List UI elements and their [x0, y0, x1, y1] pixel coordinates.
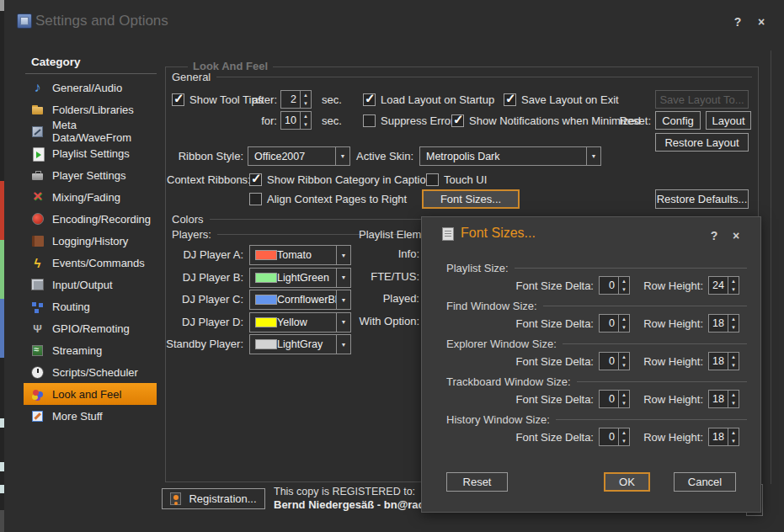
row-height-spinner[interactable]: 18 — [708, 314, 739, 332]
dialog-section-row: Font Size Delta: 0 Row Height: 18 — [422, 428, 760, 447]
sidebar-item-folders-libraries[interactable]: Folders/Libraries — [24, 98, 157, 120]
cancel-button[interactable]: Cancel — [674, 472, 736, 492]
sidebar-item-scripts-scheduler[interactable]: Scripts/Scheduler — [24, 361, 157, 383]
font-sizes-dialog: Font Sizes... ? × Playlist Size: Font Si… — [421, 216, 761, 513]
section-rule — [577, 381, 747, 382]
spinner-up-icon[interactable] — [301, 112, 311, 120]
save-layout-exit-label: Save Layout on Exit — [521, 90, 619, 109]
ok-button[interactable]: OK — [604, 472, 650, 492]
save-layout-to-button: Save Layout To... — [655, 90, 749, 109]
book-icon — [30, 234, 45, 248]
align-context-checkbox[interactable] — [249, 193, 262, 205]
window-title: Settings and Options — [35, 13, 168, 29]
suppress-errors-label: Suppress Errors — [381, 111, 460, 130]
mixing-icon — [30, 190, 45, 205]
spinner-down-icon[interactable] — [728, 323, 739, 332]
spinner-down-icon[interactable] — [301, 120, 311, 129]
settings-window: Settings and Options ? × Category Genera… — [0, 0, 784, 532]
tooltips-after-spinner[interactable]: 2 — [280, 90, 312, 109]
spinner-up-icon[interactable] — [728, 428, 739, 437]
spinner-down-icon[interactable] — [728, 285, 739, 294]
registration-button[interactable]: Registration... — [162, 488, 265, 509]
chevron-down-icon[interactable] — [586, 147, 600, 165]
suppress-errors-checkbox[interactable] — [363, 114, 376, 127]
font-sizes-button[interactable]: Font Sizes... — [422, 189, 520, 209]
touch-ui-checkbox[interactable] — [426, 173, 439, 186]
spinner-up-icon[interactable] — [728, 315, 739, 323]
save-layout-exit-checkbox[interactable] — [504, 93, 516, 106]
dialog-close-button[interactable]: × — [728, 227, 744, 244]
general-row-2: for: 10 sec. Suppress Errors Show Notifi… — [166, 111, 758, 131]
general-row-1: Show Tool Tips after: 2 sec. Load Layout… — [166, 90, 758, 110]
app-icon — [17, 13, 32, 29]
sidebar-item-encoding-recording[interactable]: Encoding/Recording — [24, 208, 157, 230]
after-label: after: — [215, 90, 277, 109]
dialog-section-row: Font Size Delta: 0 Row Height: 18 — [422, 352, 760, 371]
row-height-spinner[interactable]: 18 — [708, 352, 739, 370]
folder-icon — [30, 103, 45, 117]
sidebar-item-gpio-remoting[interactable]: GPIO/Remoting — [24, 317, 157, 339]
sidebar-items: General/Audio Folders/Libraries Meta Dat… — [24, 77, 157, 427]
spinner-down-icon[interactable] — [301, 99, 311, 108]
sidebar-item-player-settings[interactable]: Player Settings — [24, 164, 157, 186]
sidebar-item-routing[interactable]: Routing — [24, 295, 157, 317]
active-skin-label: Active Skin: — [355, 146, 413, 166]
playlist-element-label-with-option: With Option: — [359, 313, 419, 330]
sidebar-item-playlist-settings[interactable]: Playlist Settings — [24, 142, 157, 164]
color-swatch — [255, 339, 277, 349]
sidebar-item-general-audio[interactable]: General/Audio — [24, 77, 157, 98]
sidebar-item-more-stuff[interactable]: More Stuff — [24, 405, 157, 427]
help-button[interactable]: ? — [729, 13, 746, 30]
spinner-up-icon[interactable] — [728, 277, 739, 285]
chevron-down-icon[interactable] — [336, 335, 350, 354]
sidebar-item-events-commands[interactable]: Events/Commands — [24, 252, 157, 274]
row-height-spinner[interactable]: 24 — [708, 276, 739, 295]
close-button[interactable]: × — [753, 13, 770, 30]
playlist-elements-header: Playlist Elemen — [359, 227, 423, 241]
tooltips-for-spinner[interactable]: 10 — [280, 111, 312, 130]
briefcase-icon — [30, 168, 45, 183]
player-color-dropdown[interactable]: LightGray — [249, 334, 351, 354]
registered-to-text: This copy is REGISTERED to: — [274, 486, 415, 497]
dialog-section-row: Font Size Delta: 0 Row Height: 18 — [422, 390, 760, 409]
playlist-element-label-fte-tus: FTE/TUS: — [359, 269, 419, 285]
pencil-icon — [30, 409, 45, 423]
reset-layout-button[interactable]: Layout — [706, 111, 751, 130]
for-unit-label: sec. — [322, 111, 342, 130]
spinner-down-icon[interactable] — [728, 399, 739, 407]
palette-icon — [30, 387, 45, 402]
chevron-down-icon[interactable] — [335, 147, 349, 165]
document-icon — [442, 227, 454, 241]
general-section-label: General — [172, 71, 211, 83]
dialog-title: Font Sizes... — [461, 226, 536, 241]
show-ribbon-category-checkbox[interactable] — [249, 173, 262, 186]
dialog-section-explorer-window-size: Explorer Window Size: — [446, 337, 747, 350]
playlist-elements-label: Playlist Elemen — [359, 228, 423, 241]
sidebar-item-mixing-fading[interactable]: Mixing/Fading — [24, 186, 157, 208]
reset-config-button[interactable]: Config — [655, 111, 701, 130]
sidebar-item-input-output[interactable]: Input/Output — [24, 274, 157, 295]
after-unit-label: sec. — [322, 90, 342, 109]
active-skin-dropdown[interactable]: Metropolis Dark — [419, 146, 601, 166]
sidebar-item-streaming[interactable]: Streaming — [24, 339, 157, 361]
spinner-down-icon[interactable] — [728, 361, 739, 370]
spinner-up-icon[interactable] — [728, 353, 739, 361]
sidebar-item-logging-history[interactable]: Logging/History — [24, 230, 157, 252]
restore-defaults-button[interactable]: Restore Defaults... — [655, 189, 749, 209]
category-header: Category — [31, 56, 81, 68]
sidebar-item-meta-data-wavefrom[interactable]: Meta Data/WaveFrom — [24, 120, 157, 142]
dialog-section-trackboard-window-size: Trackboard Window Size: — [446, 375, 747, 388]
dialog-help-button[interactable]: ? — [706, 227, 723, 244]
waveform-icon — [30, 125, 45, 139]
ribbon-style-dropdown[interactable]: Office2007 — [248, 146, 350, 166]
spinner-up-icon[interactable] — [728, 391, 739, 399]
spinner-up-icon[interactable] — [301, 91, 311, 99]
show-notifications-checkbox[interactable] — [451, 114, 464, 127]
row-height-spinner[interactable]: 18 — [708, 428, 739, 446]
row-height-spinner[interactable]: 18 — [708, 390, 739, 408]
load-layout-checkbox[interactable] — [363, 93, 376, 106]
sidebar-item-look-and-feel[interactable]: Look and Feel — [24, 383, 157, 405]
reset-button[interactable]: Reset — [446, 472, 508, 492]
show-tool-tips-checkbox[interactable] — [172, 93, 184, 106]
spinner-down-icon[interactable] — [728, 437, 739, 445]
